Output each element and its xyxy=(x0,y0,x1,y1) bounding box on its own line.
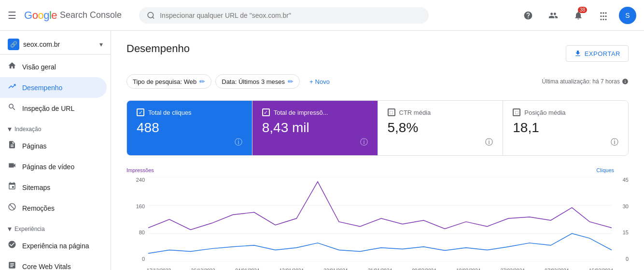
section-label: Indexação xyxy=(14,126,41,133)
page-header: Desempenho EXPORTAR xyxy=(126,42,629,65)
section-indexacao[interactable]: ▾ Indexação xyxy=(0,119,111,135)
filter-search-type[interactable]: Tipo de pesquisa: Web ✏ xyxy=(126,74,211,89)
sidebar-item-sitemaps[interactable]: Sitemaps xyxy=(0,177,107,198)
search-icon xyxy=(147,11,155,20)
impressoes-checkbox[interactable]: ✓ xyxy=(262,108,270,116)
property-selector[interactable]: 🔗 seox.com.br ▾ xyxy=(0,35,111,54)
avatar[interactable]: S xyxy=(619,7,636,24)
info-icon xyxy=(622,78,629,85)
page-title: Desempenho xyxy=(126,42,190,55)
apps-icon xyxy=(599,11,608,20)
posicao-label: Posição média xyxy=(524,109,565,116)
x-label-8: 27/02/2024 xyxy=(501,268,525,270)
users-button[interactable] xyxy=(544,6,563,25)
help-icon xyxy=(523,11,533,20)
stat-posicao[interactable]: □ Posição média 18,1 ⓘ xyxy=(503,101,628,155)
stat-cliques[interactable]: ✓ Total de cliques 488 ⓘ xyxy=(127,101,252,155)
y-left-160: 160 xyxy=(136,203,145,209)
search-bar[interactable] xyxy=(139,7,429,24)
chart-icon xyxy=(8,82,16,93)
chart-svg-area xyxy=(148,177,612,262)
home-icon xyxy=(8,61,16,72)
cliques-info-icon[interactable]: ⓘ xyxy=(235,137,242,148)
ctr-checkbox[interactable]: □ xyxy=(388,108,395,116)
nav-label: Páginas de vídeo xyxy=(22,163,74,171)
header-icons: 38 S xyxy=(518,6,636,25)
posicao-checkbox[interactable]: □ xyxy=(513,108,520,116)
impressoes-info-icon[interactable]: ⓘ xyxy=(360,137,368,148)
section-experiencia[interactable]: ▾ Experiência xyxy=(0,218,111,235)
cliques-value: 488 xyxy=(137,120,242,135)
y-left-240: 240 xyxy=(136,177,145,183)
google-wordmark: Google xyxy=(24,9,57,22)
sidebar-item-remocoes[interactable]: Remoções xyxy=(0,198,107,218)
section-label: Experiência xyxy=(14,226,45,232)
export-button[interactable]: EXPORTAR xyxy=(566,45,629,62)
sidebar-item-visao-geral[interactable]: Visão geral xyxy=(0,56,107,77)
chart-svg xyxy=(148,177,612,262)
chevron-icon: ▾ xyxy=(8,124,12,134)
property-name: seox.com.br xyxy=(23,40,96,48)
stat-ctr[interactable]: □ CTR média 5,8% ⓘ xyxy=(378,101,504,155)
y-right-0: 0 xyxy=(626,256,629,262)
nav-label: Desempenho xyxy=(22,84,62,92)
filter-date-label: Data: Últimos 3 meses xyxy=(222,78,285,85)
nav-label: Visão geral xyxy=(22,63,56,71)
svg-line-1 xyxy=(153,17,154,18)
sidebar-item-core-web-vitals[interactable]: Core Web Vitals xyxy=(0,256,107,270)
clicks-axis-title: Cliques xyxy=(596,167,614,173)
nav-label: Remoções xyxy=(22,204,55,212)
filter-add-button[interactable]: + Novo xyxy=(304,75,336,88)
sidebar-item-paginas-video[interactable]: Páginas de vídeo xyxy=(0,156,107,177)
stats-cards: ✓ Total de cliques 488 ⓘ ✓ Total de impr… xyxy=(126,100,629,156)
stat-impressoes[interactable]: ✓ Total de impressõ... 8,43 mil ⓘ xyxy=(252,101,378,155)
notifications-button[interactable]: 38 xyxy=(569,6,588,25)
filter-new-label: Novo xyxy=(315,78,330,85)
clicks-line xyxy=(148,233,612,253)
search-input[interactable] xyxy=(160,12,421,19)
filter-date[interactable]: Data: Últimos 3 meses ✏ xyxy=(215,74,300,89)
x-label-5: 31/01/2024 xyxy=(368,268,392,270)
sitemap-icon xyxy=(8,182,16,193)
property-dropdown-icon[interactable]: ▾ xyxy=(99,40,103,48)
chart-container: Impressões Cliques 240 160 80 0 45 30 15… xyxy=(126,167,629,270)
x-label-0: 17/12/2023 xyxy=(147,268,171,270)
edit-icon: ✏ xyxy=(199,78,205,85)
x-label-7: 18/02/2024 xyxy=(456,268,480,270)
apps-button[interactable] xyxy=(594,6,613,25)
chevron-icon: ▾ xyxy=(8,224,12,233)
download-icon xyxy=(574,50,582,57)
impressoes-value: 8,43 mil xyxy=(262,120,368,135)
y-right-30: 30 xyxy=(623,203,629,209)
x-label-4: 22/01/2024 xyxy=(323,268,348,270)
users-icon xyxy=(548,11,558,20)
ctr-value: 5,8% xyxy=(388,120,493,135)
remove-icon xyxy=(8,202,16,214)
sidebar-item-paginas[interactable]: Páginas xyxy=(0,135,107,156)
search-icon xyxy=(8,103,16,114)
help-button[interactable] xyxy=(518,6,538,25)
nav-label: Core Web Vitals xyxy=(22,263,71,270)
edit-icon: ✏ xyxy=(288,78,294,85)
y-left-80: 80 xyxy=(139,230,145,235)
nav-label: Inspeção de URL xyxy=(22,105,74,112)
posicao-info-icon[interactable]: ⓘ xyxy=(611,137,618,148)
y-left-0: 0 xyxy=(142,256,145,262)
header: ☰ Google Search Console 38 xyxy=(0,0,644,31)
ctr-info-icon[interactable]: ⓘ xyxy=(485,137,493,148)
filter-search-type-label: Tipo de pesquisa: Web xyxy=(133,78,196,85)
impressoes-label: Total de impressõ... xyxy=(274,109,328,116)
cliques-checkbox[interactable]: ✓ xyxy=(137,108,144,116)
sidebar-item-inspecao-url[interactable]: Inspeção de URL xyxy=(0,98,107,119)
video-icon xyxy=(8,161,16,172)
x-label-1: 26/12/2023 xyxy=(191,268,215,270)
menu-icon[interactable]: ☰ xyxy=(8,10,16,21)
main-content: Desempenho EXPORTAR Tipo de pesquisa: We… xyxy=(111,31,644,270)
sidebar-item-experiencia-pagina[interactable]: Experiência na página xyxy=(0,235,107,256)
export-label: EXPORTAR xyxy=(585,50,620,57)
nav-label: Experiência na página xyxy=(22,242,89,250)
ctr-label: CTR média xyxy=(399,109,431,116)
nav-label: Páginas xyxy=(22,142,47,150)
x-label-9: 07/03/2024 xyxy=(545,268,569,270)
sidebar-item-desempenho[interactable]: Desempenho xyxy=(0,77,107,98)
